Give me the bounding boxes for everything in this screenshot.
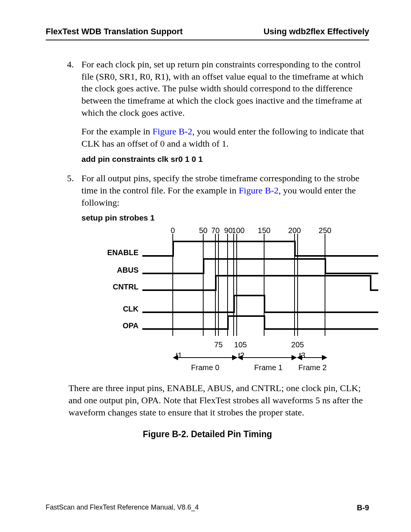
tick-105: 105	[234, 340, 247, 350]
tick-75: 75	[214, 340, 223, 350]
figure-b2-link[interactable]: Figure B-2	[239, 185, 279, 195]
timing-diagram: 0 50 70 90 100 150 200 250	[104, 225, 382, 374]
cmd-add-pin-constraints: add pin constraints clk sr0 1 0 1	[81, 154, 369, 165]
list-number: 5.	[67, 173, 74, 185]
header-right: Using wdb2flex Effectively	[263, 27, 369, 37]
label-frame0: Frame 0	[191, 363, 219, 372]
list-number: 4.	[67, 59, 74, 71]
label-frame1: Frame 1	[254, 363, 282, 372]
list-item-4: 4. For each clock pin, set up return pin…	[46, 59, 369, 164]
signal-opa: OPA	[104, 321, 139, 331]
body: 4. For each clock pin, set up return pin…	[46, 59, 369, 440]
page-number: B-9	[357, 503, 369, 512]
label-frame2: Frame 2	[298, 363, 327, 372]
cmd-setup-pin-strobes: setup pin strobes 1	[81, 212, 369, 223]
header-left: FlexTest WDB Translation Support	[46, 27, 183, 37]
figure-caption: Figure B-2. Detailed Pin Timing	[46, 428, 369, 440]
list-item-5: 5. For all output pins, specify the stro…	[46, 173, 369, 374]
page-footer: FastScan and FlexTest Reference Manual, …	[46, 503, 369, 512]
signal-abus: ABUS	[104, 265, 139, 275]
figure-b2-link[interactable]: Figure B-2	[153, 126, 193, 136]
item4-para1: For each clock pin, set up return pin co…	[81, 59, 363, 118]
signal-cntrl: CNTRL	[104, 282, 139, 292]
tick-90: 90	[224, 225, 233, 235]
tick-205: 205	[291, 340, 304, 350]
signal-clk: CLK	[104, 304, 139, 314]
item4-para2a: For the example in	[81, 126, 153, 136]
after-figure-paragraph: There are three input pins, ENABLE, ABUS…	[68, 382, 369, 419]
footer-left: FastScan and FlexTest Reference Manual, …	[46, 503, 199, 512]
signal-enable: ENABLE	[104, 248, 139, 257]
page-header: FlexTest WDB Translation Support Using w…	[46, 27, 369, 40]
